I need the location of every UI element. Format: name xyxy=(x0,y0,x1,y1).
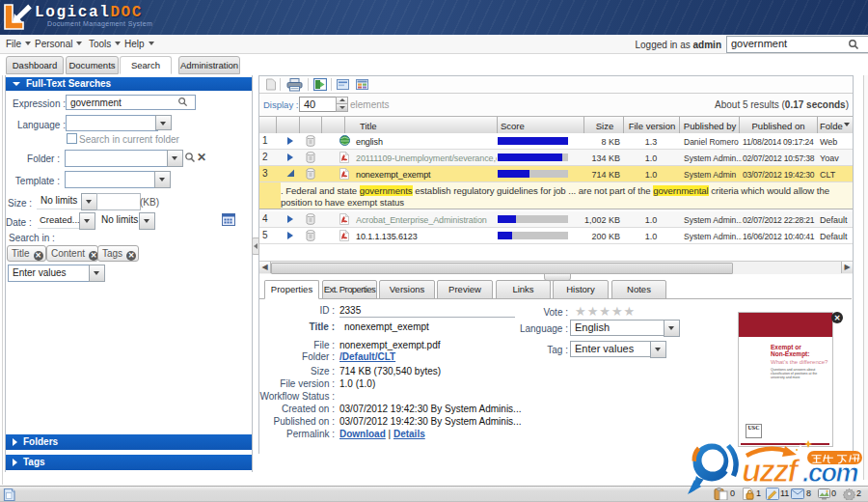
svg-text:uzzf: uzzf xyxy=(742,453,800,488)
